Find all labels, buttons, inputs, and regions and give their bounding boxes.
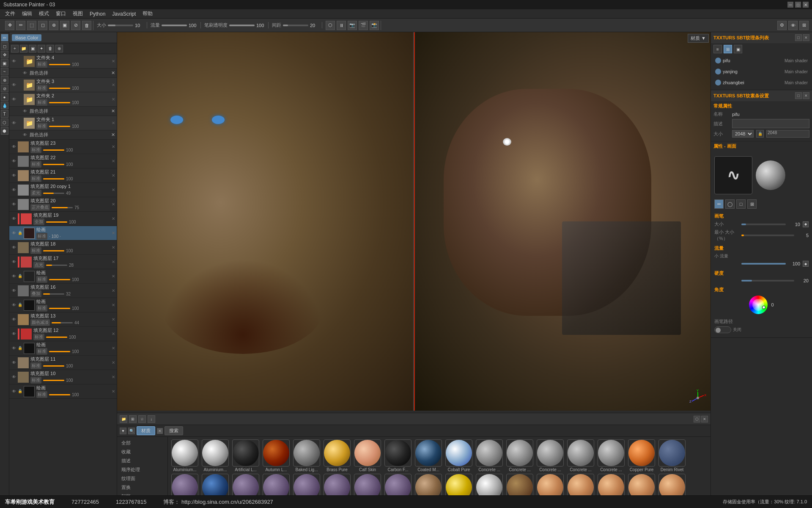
shelf-nav-favorites[interactable]: 收藏 bbox=[117, 447, 167, 456]
close-fl13[interactable]: ✕ bbox=[112, 317, 115, 322]
material-item-23[interactable]: Fabric Soft... bbox=[353, 474, 382, 495]
tool-color[interactable]: ● bbox=[1, 93, 8, 101]
layer-paint4[interactable]: 👁 🔒 绘画 标准 100 ✕ bbox=[9, 341, 117, 356]
layer-folder2[interactable]: 👁 📁 文件夹 2 标准 100 ✕ bbox=[9, 92, 117, 107]
material-item-32[interactable]: Human Ch... bbox=[627, 474, 656, 495]
size-select[interactable]: 2048 bbox=[732, 130, 754, 138]
shelf-expand-btn[interactable]: ⬡ bbox=[694, 416, 700, 422]
tool-smudge[interactable]: ~ bbox=[1, 68, 8, 75]
material-item-33[interactable]: Human Ey... bbox=[658, 474, 686, 495]
shelf-filter-btn[interactable]: ▼ bbox=[120, 428, 126, 434]
erase-tool[interactable]: ◻ bbox=[38, 21, 47, 30]
visibility-icon-f1[interactable]: 👁 bbox=[11, 120, 17, 126]
menu-edit[interactable]: 编辑 bbox=[19, 9, 36, 18]
material-item-20[interactable]: Fabric Knit... bbox=[262, 474, 291, 495]
vis-fl17[interactable]: 👁 bbox=[11, 259, 17, 265]
texture-view-list[interactable]: ≡ bbox=[713, 45, 722, 53]
menu-javascript[interactable]: JavaScript bbox=[109, 10, 139, 18]
vis-paint5[interactable]: 👁 bbox=[11, 389, 17, 395]
close-fl22[interactable]: ✕ bbox=[112, 159, 115, 163]
material-dropdown[interactable]: 材质 ▼ bbox=[688, 34, 709, 43]
shelf-nav-description[interactable]: 描述 bbox=[117, 456, 167, 465]
visibility-icon-f2[interactable]: 👁 bbox=[11, 97, 17, 102]
vis-fl21[interactable]: 👁 bbox=[11, 173, 17, 179]
vis-fl16[interactable]: 👁 bbox=[11, 288, 17, 294]
vis-paint4[interactable]: 👁 bbox=[11, 345, 17, 351]
vis-paint2[interactable]: 👁 bbox=[11, 273, 17, 279]
tool-text[interactable]: T bbox=[1, 110, 8, 118]
vis-fl12[interactable]: 👁 bbox=[11, 331, 17, 337]
close-icon-f1[interactable]: ✕ bbox=[112, 121, 115, 125]
material-item-31[interactable]: Human Bu... bbox=[597, 474, 625, 495]
fill-tool[interactable]: ▣ bbox=[60, 21, 69, 30]
layer-fl23[interactable]: 👁 填充图层 23 标准 100 ✕ bbox=[9, 140, 117, 154]
close-fl20c[interactable]: ✕ bbox=[112, 188, 115, 192]
vis-paint3[interactable]: 👁 bbox=[11, 302, 17, 308]
tool-clone[interactable]: ⊕ bbox=[1, 76, 8, 84]
delete-layer-btn[interactable]: 🗑 bbox=[47, 45, 54, 52]
menu-window[interactable]: 窗口 bbox=[52, 9, 69, 18]
material-item-14[interactable]: Concrete ... bbox=[597, 439, 625, 472]
vis-fl20[interactable]: 👁 bbox=[11, 202, 17, 207]
canvas-area[interactable]: X Y Z 材质 ▼ bbox=[117, 32, 710, 411]
brush-size-end-icon[interactable]: ◆ bbox=[803, 221, 809, 227]
brush-tool-circle[interactable]: ◯ bbox=[725, 199, 735, 209]
vis-fl18[interactable]: 👁 bbox=[11, 245, 17, 251]
layer-fl20c[interactable]: 👁 填充图层 20 copy 1 柔光 49 ✕ bbox=[9, 183, 117, 197]
window-controls[interactable]: ─ □ ✕ bbox=[787, 2, 809, 8]
tool-mask[interactable]: ⬡ bbox=[1, 119, 8, 126]
shelf-import-btn[interactable]: ↓ bbox=[148, 415, 155, 423]
sub-layer-cs3[interactable]: 👁 颜色选择 ✕ bbox=[9, 130, 117, 140]
paint-tool[interactable]: ✏ bbox=[16, 21, 25, 30]
add-fill-btn[interactable]: ▣ bbox=[29, 45, 36, 52]
layer-fl18[interactable]: 👁 填充图层 18 标准 100 ✕ bbox=[9, 240, 117, 255]
vis-cs1[interactable]: 👁 bbox=[22, 70, 28, 76]
vis-cs2[interactable]: 👁 bbox=[22, 108, 28, 114]
close-fl19[interactable]: ✕ bbox=[112, 216, 115, 221]
sub-layer-cs1[interactable]: 👁 颜色选择 ✕ bbox=[9, 69, 117, 78]
material-item-11[interactable]: Concrete ... bbox=[505, 439, 534, 472]
snapshot-btn[interactable]: 📸 bbox=[370, 21, 379, 30]
close-fl12[interactable]: ✕ bbox=[112, 331, 115, 336]
vis-fl19[interactable]: 👁 bbox=[11, 216, 17, 222]
layer-paint3[interactable]: 👁 🔒 绘画 标准 100 ✕ bbox=[9, 298, 117, 312]
brush-tool-scatter[interactable]: ⊞ bbox=[747, 199, 757, 209]
grid-btn[interactable]: ⊞ bbox=[799, 21, 809, 30]
symmetry-btn[interactable]: ⬡ bbox=[326, 21, 335, 30]
brush-tool-square[interactable]: □ bbox=[736, 199, 746, 209]
vis-fl10[interactable]: 👁 bbox=[11, 374, 17, 380]
vis-fl11[interactable]: 👁 bbox=[11, 360, 17, 366]
maximize-button[interactable]: □ bbox=[795, 2, 801, 8]
visibility-icon-f3[interactable]: 👁 bbox=[11, 82, 17, 88]
shelf-folder-btn[interactable]: 📁 bbox=[120, 415, 127, 423]
vis-paint1[interactable]: 👁 bbox=[11, 230, 17, 236]
layer-fl17[interactable]: 👁 填充图层 17 点光 28 ✕ bbox=[9, 255, 117, 269]
pause-btn[interactable]: ⏸ bbox=[337, 21, 346, 30]
close-cs2[interactable]: ✕ bbox=[111, 108, 115, 114]
tool-node[interactable]: ⬢ bbox=[1, 127, 8, 135]
layer-fl20[interactable]: 👁 填充图层 20 正片叠底 75 ✕ bbox=[9, 197, 117, 212]
layer-folder3[interactable]: 👁 📁 文件夹 3 标准 100 ✕ bbox=[9, 78, 117, 92]
material-item-22[interactable]: Fabric Rou... bbox=[323, 474, 351, 495]
menu-help[interactable]: 帮助 bbox=[139, 9, 156, 18]
material-item-4[interactable]: Baked Lig... bbox=[292, 439, 321, 472]
menu-python[interactable]: Python bbox=[86, 10, 109, 18]
textures-expand-btn[interactable]: □ bbox=[795, 34, 802, 41]
material-item-0[interactable]: Aluminium... bbox=[170, 439, 199, 472]
material-item-9[interactable]: Cobalt Pure bbox=[444, 439, 473, 472]
shelf-tab-material[interactable]: 材质 bbox=[137, 426, 155, 435]
menu-view[interactable]: 视图 bbox=[69, 9, 86, 18]
shelf-nav-texture[interactable]: 纹理面 bbox=[117, 474, 167, 483]
layer-fl12[interactable]: 👁 填充图层 12 标准 100 ✕ bbox=[9, 327, 117, 341]
tool-paint[interactable]: ✏ bbox=[1, 34, 8, 41]
menu-file[interactable]: 文件 bbox=[2, 9, 19, 18]
material-item-6[interactable]: Calf Skin bbox=[353, 439, 382, 472]
layer-fl22[interactable]: 👁 填充图层 22 标准 100 ✕ bbox=[9, 154, 117, 168]
flow-end-icon[interactable]: ◆ bbox=[803, 261, 809, 267]
tool-erase[interactable]: ⊘ bbox=[1, 85, 8, 92]
close-icon-f3[interactable]: ✕ bbox=[112, 83, 115, 87]
material-item-24[interactable]: Fabric Suit... bbox=[384, 474, 412, 495]
close-fl17[interactable]: ✕ bbox=[112, 260, 115, 264]
material-item-30[interactable]: Human Be... bbox=[566, 474, 595, 495]
close-fl18[interactable]: ✕ bbox=[112, 245, 115, 250]
